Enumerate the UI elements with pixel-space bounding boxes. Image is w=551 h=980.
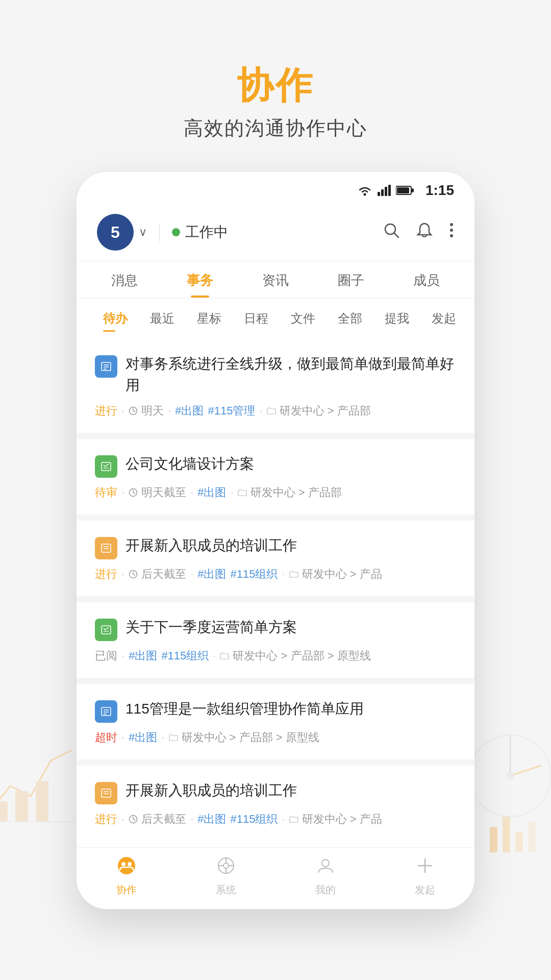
task-tag: #出图 xyxy=(129,730,157,745)
filter-item-全部[interactable]: 全部 xyxy=(327,305,373,332)
task-type-icon xyxy=(95,455,117,478)
filter-item-星标[interactable]: 星标 xyxy=(186,305,233,332)
status-bar: 1:15 xyxy=(77,172,474,204)
task-status: 进行 xyxy=(95,403,117,419)
filter-item-日程[interactable]: 日程 xyxy=(233,305,280,332)
bottom-nav-label-我的: 我的 xyxy=(315,883,336,897)
task-item[interactable]: 公司文化墙设计方案待审 · 明天截至 · #出图 · 研发中心 > 产品部 xyxy=(77,439,474,514)
task-tag: #出图 xyxy=(129,648,157,664)
task-item[interactable]: 对事务系统进行全线升级，做到最简单做到最简单好用进行 · 明天 · #出图 #1… xyxy=(77,339,474,433)
task-tag: #115组织 xyxy=(231,567,278,582)
svg-point-56 xyxy=(118,857,135,874)
notification-icon[interactable] xyxy=(416,222,433,243)
svg-rect-17 xyxy=(388,185,391,196)
svg-rect-50 xyxy=(102,789,111,797)
nav-tabs: 消息事务资讯圈子成员 xyxy=(77,261,474,298)
bottom-nav-icon-协作 xyxy=(117,856,136,880)
task-type-icon xyxy=(95,537,117,559)
status-dot xyxy=(172,228,180,236)
task-tag: #出图 xyxy=(175,403,204,419)
bottom-nav-label-协作: 协作 xyxy=(116,883,137,897)
svg-rect-10 xyxy=(503,817,510,852)
bottom-nav-item-我的[interactable]: 我的 xyxy=(276,856,375,897)
time-display: 1:15 xyxy=(425,182,454,199)
task-deadline: 明天 xyxy=(129,403,164,419)
svg-line-7 xyxy=(510,766,541,776)
filter-item-最近[interactable]: 最近 xyxy=(139,305,186,332)
nav-tab-资讯[interactable]: 资讯 xyxy=(238,261,313,298)
task-path: 研发中心 > 产品部 > 原型线 xyxy=(220,648,370,664)
task-header: 115管理是一款组织管理协作简单应用 xyxy=(95,698,456,723)
svg-point-58 xyxy=(128,862,132,866)
task-title: 公司文化墙设计方案 xyxy=(126,453,456,475)
filter-item-提我[interactable]: 提我 xyxy=(373,305,420,332)
status-label: 工作中 xyxy=(185,223,228,242)
status-indicator: 工作中 xyxy=(172,223,228,242)
app-header: 5 ∨ 工作中 xyxy=(77,204,474,261)
task-meta: 已阅 · #出图 #115组织 · 研发中心 > 产品部 > 原型线 xyxy=(95,648,456,664)
task-title: 开展新入职成员的培训工作 xyxy=(126,780,456,801)
filter-item-发起[interactable]: 发起 xyxy=(420,305,467,332)
svg-rect-15 xyxy=(381,189,384,196)
svg-point-60 xyxy=(223,863,229,868)
svg-rect-14 xyxy=(378,192,380,196)
bottom-nav-item-协作[interactable]: 协作 xyxy=(77,856,176,897)
filter-item-文件[interactable]: 文件 xyxy=(280,305,327,332)
dropdown-arrow-icon[interactable]: ∨ xyxy=(139,226,147,239)
task-title: 115管理是一款组织管理协作简单应用 xyxy=(126,698,456,720)
bottom-nav-label-系统: 系统 xyxy=(216,883,236,897)
svg-line-55 xyxy=(133,819,135,820)
phone-mockup: 1:15 5 ∨ 工作中 xyxy=(77,172,474,909)
svg-line-37 xyxy=(133,493,135,494)
nav-tab-圈子[interactable]: 圈子 xyxy=(313,261,389,298)
task-deadline: 后天截至 xyxy=(129,567,186,582)
task-item[interactable]: 开展新入职成员的培训工作进行 · 后天截至 · #出图 #115组织 · 研发中… xyxy=(77,521,474,596)
task-header: 关于下一季度运营简单方案 xyxy=(95,617,456,641)
task-item[interactable]: 关于下一季度运营简单方案已阅 · #出图 #115组织 · 研发中心 > 产品部… xyxy=(77,602,474,678)
task-path: 研发中心 > 产品部 > 原型线 xyxy=(169,730,319,745)
task-header: 开展新入职成员的培训工作 xyxy=(95,780,456,804)
svg-point-13 xyxy=(363,193,366,196)
task-status: 进行 xyxy=(95,567,117,582)
svg-rect-16 xyxy=(385,187,387,196)
task-tag: #出图 xyxy=(197,485,226,500)
nav-tab-成员[interactable]: 成员 xyxy=(389,261,464,298)
task-meta: 进行 · 明天 · #出图 #115管理 · 研发中心 > 产品部 xyxy=(95,403,456,419)
bottom-nav-item-发起[interactable]: 发起 xyxy=(375,856,474,897)
filter-item-待办[interactable]: 待办 xyxy=(92,305,139,332)
task-status: 待审 xyxy=(95,485,117,500)
nav-tab-消息[interactable]: 消息 xyxy=(87,261,162,298)
bottom-nav-item-系统[interactable]: 系统 xyxy=(176,856,276,897)
task-tag: #115组织 xyxy=(231,812,278,827)
svg-point-65 xyxy=(322,860,329,867)
task-header: 对事务系统进行全线升级，做到最简单做到最简单好用 xyxy=(95,353,456,396)
task-deadline: 后天截至 xyxy=(129,812,186,827)
task-path: 研发中心 > 产品 xyxy=(289,812,382,827)
task-title: 对事务系统进行全线升级，做到最简单做到最简单好用 xyxy=(126,353,456,396)
bottom-nav-icon-我的 xyxy=(316,856,335,880)
vertical-divider xyxy=(159,223,160,241)
svg-rect-19 xyxy=(397,187,409,193)
svg-point-23 xyxy=(450,223,453,226)
task-status: 已阅 xyxy=(95,648,117,664)
more-icon[interactable] xyxy=(449,222,454,243)
task-list: 对事务系统进行全线升级，做到最简单做到最简单好用进行 · 明天 · #出图 #1… xyxy=(77,339,474,841)
nav-tab-事务[interactable]: 事务 xyxy=(162,261,238,298)
task-item[interactable]: 开展新入职成员的培训工作进行 · 后天截至 · #出图 #115组织 · 研发中… xyxy=(77,766,474,841)
page-header: 协作 高效的沟通协作中心 xyxy=(184,61,367,141)
svg-rect-44 xyxy=(102,626,111,634)
task-type-icon xyxy=(95,782,117,804)
bottom-nav-label-发起: 发起 xyxy=(415,883,435,897)
task-tag: #115组织 xyxy=(161,648,209,664)
search-icon[interactable] xyxy=(383,222,400,243)
task-tag: #出图 xyxy=(197,567,226,582)
task-item[interactable]: 115管理是一款组织管理协作简单应用超时 · #出图 · 研发中心 > 产品部 … xyxy=(77,684,474,760)
task-path: 研发中心 > 产品部 xyxy=(238,485,342,500)
task-path: 研发中心 > 产品部 xyxy=(267,403,371,419)
wifi-icon xyxy=(357,185,372,196)
svg-line-32 xyxy=(133,411,135,412)
page-subtitle: 高效的沟通协作中心 xyxy=(184,115,367,141)
svg-point-5 xyxy=(469,735,551,817)
task-deadline: 明天截至 xyxy=(129,485,186,500)
task-type-icon xyxy=(95,619,117,641)
